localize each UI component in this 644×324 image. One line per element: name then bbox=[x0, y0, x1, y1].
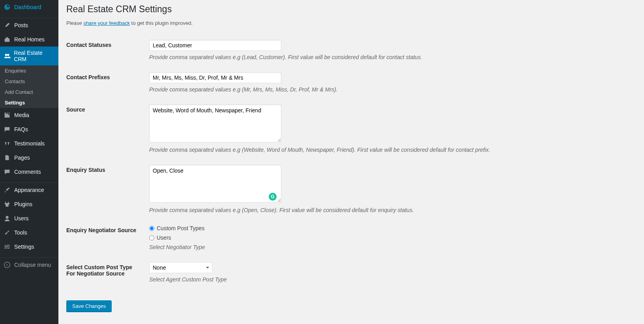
sidebar-item-settings[interactable]: Settings bbox=[0, 240, 58, 254]
contact-prefixes-input[interactable] bbox=[149, 72, 281, 83]
user-icon bbox=[3, 214, 11, 222]
sidebar-item-label: Real Estate CRM bbox=[14, 50, 55, 62]
sidebar-item-pages[interactable]: Pages bbox=[0, 151, 58, 165]
media-icon bbox=[3, 111, 11, 119]
sidebar-item-collapse[interactable]: Collapse menu bbox=[0, 258, 58, 272]
sidebar-item-testimonials[interactable]: Testimonials bbox=[0, 136, 58, 151]
svg-point-1 bbox=[7, 54, 9, 56]
sidebar-item-comments[interactable]: Comments bbox=[0, 165, 58, 179]
enquiry-status-description: Provide comma separated values e.g (Open… bbox=[149, 207, 632, 213]
feedback-line: Please share your feedback to get this p… bbox=[66, 20, 636, 26]
sidebar-item-appearance[interactable]: Appearance bbox=[0, 183, 58, 197]
page-title: Real Estate CRM Settings bbox=[66, 4, 636, 15]
sidebar-item-users[interactable]: Users bbox=[0, 211, 58, 225]
sidebar-item-label: Users bbox=[14, 215, 29, 222]
custom-post-type-description: Select Agent Custom Post Type bbox=[149, 276, 632, 283]
contact-prefixes-description: Provide comma separated values e.g (Mr, … bbox=[149, 86, 632, 93]
svg-point-2 bbox=[6, 216, 8, 219]
source-description: Provide comma separated values e.g (Webs… bbox=[149, 147, 632, 153]
sidebar-item-posts[interactable]: Posts bbox=[0, 18, 58, 32]
plug-icon bbox=[3, 200, 11, 208]
sidebar-item-label: Plugins bbox=[14, 201, 32, 207]
custom-post-type-label: Select Custom Post Type For Negotiator S… bbox=[66, 256, 145, 289]
sidebar-item-dashboard[interactable]: Dashboard bbox=[0, 0, 58, 14]
sidebar-submenu: Enquiries Contacts Add Contact Settings bbox=[0, 65, 58, 108]
main-content: Real Estate CRM Settings Please share yo… bbox=[58, 0, 644, 324]
sidebar-item-label: Testimonials bbox=[14, 140, 45, 147]
dashboard-icon bbox=[3, 3, 11, 11]
radio-custom-post-types[interactable]: Custom Post Types bbox=[149, 225, 632, 231]
sidebar-item-label: Comments bbox=[14, 169, 41, 175]
collapse-icon bbox=[3, 261, 11, 269]
custom-post-type-select[interactable]: None bbox=[149, 262, 212, 273]
sidebar-item-label: Real Homes bbox=[14, 36, 45, 43]
admin-sidebar: Dashboard Posts Real Homes Real Estate C… bbox=[0, 0, 58, 324]
sidebar-item-real-homes[interactable]: Real Homes bbox=[0, 32, 58, 47]
pin-icon bbox=[3, 21, 11, 29]
sidebar-item-media[interactable]: Media bbox=[0, 108, 58, 122]
sidebar-item-plugins[interactable]: Plugins bbox=[0, 197, 58, 211]
sidebar-item-faqs[interactable]: FAQs bbox=[0, 122, 58, 136]
sidebar-item-label: Posts bbox=[14, 22, 28, 28]
submenu-item-enquiries[interactable]: Enquiries bbox=[0, 65, 58, 76]
page-icon bbox=[3, 154, 11, 162]
enquiry-status-label: Enquiry Status bbox=[66, 159, 145, 219]
sidebar-item-label: Settings bbox=[14, 244, 34, 250]
radio-users-input[interactable] bbox=[149, 235, 154, 240]
sidebar-item-label: Pages bbox=[14, 155, 30, 161]
svg-point-0 bbox=[5, 54, 7, 56]
contact-statuses-input[interactable] bbox=[149, 40, 281, 51]
people-icon bbox=[3, 52, 11, 60]
save-button[interactable]: Save Changes bbox=[66, 300, 112, 312]
sidebar-item-label: Collapse menu bbox=[14, 262, 51, 268]
sidebar-item-tools[interactable]: Tools bbox=[0, 225, 58, 240]
wrench-icon bbox=[3, 229, 11, 236]
contact-prefixes-label: Contact Prefixes bbox=[66, 66, 145, 99]
source-textarea[interactable] bbox=[149, 104, 281, 142]
sidebar-item-label: Appearance bbox=[14, 187, 44, 193]
sidebar-item-label: Tools bbox=[14, 229, 27, 236]
source-label: Source bbox=[66, 99, 145, 159]
sidebar-item-real-estate-crm[interactable]: Real Estate CRM bbox=[0, 47, 58, 65]
feedback-link[interactable]: share your feedback bbox=[83, 20, 130, 26]
sidebar-item-label: FAQs bbox=[14, 126, 28, 132]
brush-icon bbox=[3, 186, 11, 194]
negotiator-source-label: Enquiry Negotiator Source bbox=[66, 219, 145, 256]
submenu-item-add-contact[interactable]: Add Contact bbox=[0, 87, 58, 97]
submenu-item-settings[interactable]: Settings bbox=[0, 97, 58, 108]
contact-statuses-description: Provide comma separated values e.g (Lead… bbox=[149, 54, 632, 60]
chat-icon bbox=[3, 125, 11, 133]
radio-custom-post-types-input[interactable] bbox=[149, 226, 154, 231]
submenu-item-contacts[interactable]: Contacts bbox=[0, 76, 58, 87]
negotiator-source-description: Select Negotiator Type bbox=[149, 244, 632, 250]
radio-users[interactable]: Users bbox=[149, 235, 632, 241]
quote-icon bbox=[3, 140, 11, 147]
grammarly-icon: G bbox=[269, 193, 277, 201]
comment-icon bbox=[3, 168, 11, 176]
sliders-icon bbox=[3, 243, 11, 251]
home-icon bbox=[3, 35, 11, 43]
contact-statuses-label: Contact Statuses bbox=[66, 34, 145, 66]
enquiry-status-textarea[interactable] bbox=[149, 165, 281, 203]
sidebar-item-label: Dashboard bbox=[14, 4, 41, 10]
sidebar-item-label: Media bbox=[14, 112, 29, 118]
